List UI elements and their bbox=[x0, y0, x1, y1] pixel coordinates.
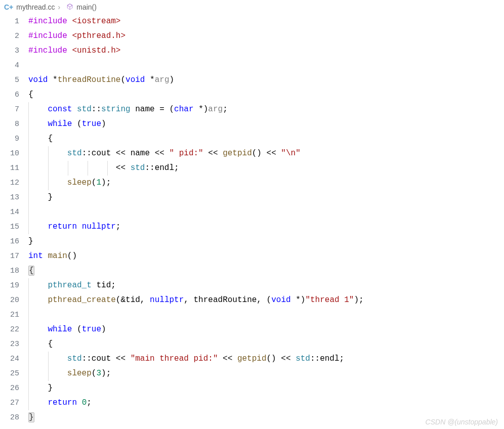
code-line[interactable]: { bbox=[28, 337, 504, 352]
type: pthread_t bbox=[48, 281, 91, 290]
keyword: void bbox=[28, 75, 48, 84]
var: name bbox=[131, 149, 150, 158]
nullptr: nullptr bbox=[150, 295, 184, 305]
code-line[interactable] bbox=[28, 308, 504, 322]
brace: } bbox=[48, 193, 53, 202]
op: << bbox=[223, 354, 232, 363]
paren: ) bbox=[101, 178, 106, 187]
keyword: const bbox=[48, 105, 72, 114]
code-line[interactable]: } bbox=[28, 234, 504, 249]
namespace: std bbox=[131, 163, 145, 173]
brace: { bbox=[48, 134, 53, 143]
code-line[interactable]: pthread_create(&tid, nullptr, threadRout… bbox=[28, 293, 504, 308]
code-line[interactable]: #include <pthread.h> bbox=[28, 29, 504, 44]
line-number: 27 bbox=[0, 396, 19, 410]
param: arg bbox=[155, 75, 170, 84]
code-line[interactable]: } bbox=[28, 381, 504, 396]
string: "thread 1" bbox=[305, 295, 354, 305]
code-line[interactable]: { bbox=[28, 88, 504, 102]
op: :: bbox=[310, 354, 320, 363]
line-number: 9 bbox=[0, 132, 19, 146]
code-line[interactable]: return 0; bbox=[28, 396, 504, 410]
line-number: 18 bbox=[0, 264, 19, 278]
var: tid bbox=[125, 295, 140, 305]
code-line[interactable] bbox=[28, 205, 504, 220]
code-area[interactable]: #include <iostream> #include <pthread.h>… bbox=[28, 14, 504, 429]
line-number: 22 bbox=[0, 322, 19, 337]
number: 1 bbox=[96, 178, 101, 187]
line-number: 17 bbox=[0, 249, 19, 264]
paren: () bbox=[267, 354, 276, 363]
code-line[interactable]: while (true) bbox=[28, 117, 504, 132]
code-line[interactable]: const std::string name = (char *)arg; bbox=[28, 102, 504, 117]
op: & bbox=[120, 295, 125, 305]
breadcrumb[interactable]: C+ mythread.cc › main() bbox=[0, 0, 504, 14]
code-line[interactable]: #include <unistd.h> bbox=[28, 44, 504, 58]
chevron-right-icon: › bbox=[58, 3, 61, 11]
semi: ; bbox=[106, 178, 111, 187]
keyword: char bbox=[174, 105, 193, 114]
code-line[interactable]: std::cout << name << " pid:" << getpid()… bbox=[28, 146, 504, 161]
function-call: getpid bbox=[237, 354, 267, 363]
watermark: CSDN @(unstoppable) bbox=[426, 418, 498, 426]
paren: ) bbox=[203, 105, 208, 114]
line-number: 12 bbox=[0, 176, 19, 190]
line-number: 5 bbox=[0, 73, 19, 88]
line-number-gutter: 1 2 3 4 5 6 7 8 9 10 11 12 13 14 15 16 1… bbox=[0, 14, 28, 429]
brace: { bbox=[48, 339, 53, 349]
identifier: threadRoutine bbox=[194, 295, 257, 305]
code-line[interactable]: << std::endl; bbox=[28, 161, 504, 176]
function-call: getpid bbox=[223, 149, 252, 158]
op: << bbox=[267, 149, 276, 158]
code-line[interactable]: void *threadRoutine(void *arg) bbox=[28, 73, 504, 88]
code-line[interactable]: #include <iostream> bbox=[28, 14, 504, 29]
line-number: 20 bbox=[0, 293, 19, 308]
brace: } bbox=[28, 237, 33, 246]
code-editor[interactable]: 1 2 3 4 5 6 7 8 9 10 11 12 13 14 15 16 1… bbox=[0, 14, 504, 429]
semi: ; bbox=[87, 398, 92, 407]
semi: ; bbox=[359, 295, 364, 305]
line-number: 11 bbox=[0, 161, 19, 176]
breadcrumb-file[interactable]: mythread.cc bbox=[16, 3, 55, 11]
line-number: 4 bbox=[0, 58, 19, 73]
code-line[interactable]: { bbox=[28, 264, 504, 278]
line-number: 28 bbox=[0, 410, 19, 425]
keyword: while bbox=[48, 325, 72, 334]
directive: #include bbox=[28, 17, 67, 26]
semi: ; bbox=[223, 105, 228, 114]
code-line[interactable]: while (true) bbox=[28, 322, 504, 337]
code-line[interactable]: sleep(1); bbox=[28, 176, 504, 190]
type: string bbox=[101, 105, 131, 114]
code-line[interactable]: std::cout << "main thread pid:" << getpi… bbox=[28, 352, 504, 366]
code-line[interactable]: int main() bbox=[28, 249, 504, 264]
keyword: return bbox=[48, 398, 77, 407]
bool: true bbox=[82, 325, 101, 334]
comma: , bbox=[184, 295, 189, 305]
identifier: endl bbox=[155, 163, 174, 173]
function-call: sleep bbox=[67, 178, 92, 187]
identifier: cout bbox=[92, 354, 111, 363]
paren: () bbox=[67, 251, 77, 261]
code-line[interactable]: pthread_t tid; bbox=[28, 278, 504, 293]
paren: ( bbox=[77, 325, 82, 334]
paren: ( bbox=[116, 295, 121, 305]
param: arg bbox=[208, 105, 223, 114]
op: :: bbox=[145, 163, 154, 173]
code-line[interactable] bbox=[28, 58, 504, 73]
code-line[interactable]: { bbox=[28, 132, 504, 146]
string: "main thread pid:" bbox=[131, 354, 218, 363]
brace: { bbox=[28, 90, 33, 99]
paren: ( bbox=[170, 105, 175, 114]
breadcrumb-symbol[interactable]: main() bbox=[76, 3, 97, 11]
paren: ( bbox=[92, 369, 97, 378]
code-line[interactable]: } bbox=[28, 190, 504, 205]
line-number: 21 bbox=[0, 308, 19, 322]
comma: , bbox=[257, 295, 262, 305]
nullptr: nullptr bbox=[82, 222, 116, 231]
code-line[interactable]: sleep(3); bbox=[28, 366, 504, 381]
code-line[interactable]: return nullptr; bbox=[28, 220, 504, 234]
op: :: bbox=[82, 354, 92, 363]
function-name: threadRoutine bbox=[58, 75, 121, 84]
var: name bbox=[135, 105, 154, 114]
keyword: void bbox=[271, 295, 290, 305]
